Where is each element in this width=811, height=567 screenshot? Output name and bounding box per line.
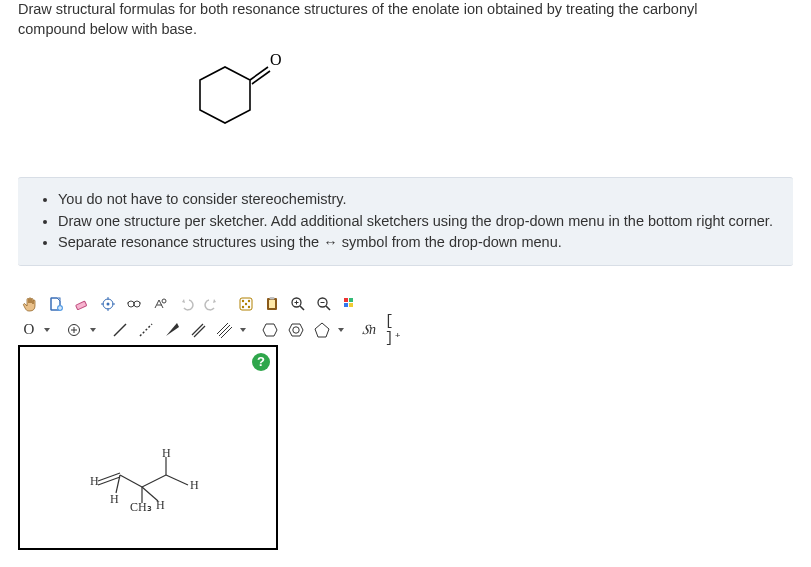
drawn-structure[interactable]: H H H H H CH₃ bbox=[80, 445, 230, 518]
chain-button[interactable]: 𝑆n bbox=[356, 318, 382, 342]
undo-button[interactable] bbox=[174, 292, 198, 316]
svg-rect-24 bbox=[344, 303, 348, 307]
atom-label-H: H bbox=[90, 474, 99, 488]
cyclopentane-button[interactable] bbox=[310, 318, 334, 342]
question-prompt: Draw structural formulas for both resona… bbox=[0, 0, 811, 45]
center-button[interactable] bbox=[96, 292, 120, 316]
svg-rect-23 bbox=[349, 298, 353, 302]
eraser-button[interactable] bbox=[70, 292, 94, 316]
svg-point-37 bbox=[293, 327, 299, 333]
svg-point-9 bbox=[134, 301, 140, 307]
svg-marker-36 bbox=[289, 324, 303, 336]
document-button[interactable] bbox=[44, 292, 68, 316]
paste-button[interactable] bbox=[260, 292, 284, 316]
instructions-panel: You do not have to consider stereochemis… bbox=[18, 177, 793, 266]
triple-bond-button[interactable] bbox=[212, 318, 236, 342]
instruction-item: Draw one structure per sketcher. Add add… bbox=[58, 212, 779, 232]
bond-dropdown[interactable] bbox=[238, 318, 248, 342]
svg-rect-22 bbox=[344, 298, 348, 302]
toolbar-row-1 bbox=[18, 292, 418, 316]
toolbar-row-2: O 𝑆n [ ]⁺ bbox=[18, 318, 418, 342]
color-button[interactable] bbox=[338, 292, 362, 316]
svg-rect-5 bbox=[76, 301, 87, 310]
wedge-bond-button[interactable] bbox=[160, 318, 184, 342]
redo-button[interactable] bbox=[200, 292, 224, 316]
svg-marker-35 bbox=[263, 324, 277, 336]
svg-point-10 bbox=[162, 299, 166, 303]
ring-dropdown[interactable] bbox=[336, 318, 346, 342]
svg-line-28 bbox=[140, 324, 152, 336]
charge-dropdown[interactable] bbox=[88, 318, 98, 342]
svg-line-39 bbox=[98, 473, 120, 481]
svg-line-27 bbox=[114, 324, 126, 336]
svg-point-8 bbox=[128, 301, 134, 307]
dashed-bond-button[interactable] bbox=[134, 318, 158, 342]
svg-line-41 bbox=[120, 475, 142, 487]
atom-label-H: H bbox=[156, 498, 165, 512]
charge-button[interactable] bbox=[62, 318, 86, 342]
svg-rect-25 bbox=[349, 303, 353, 307]
single-bond-button[interactable] bbox=[108, 318, 132, 342]
zoom-out-button[interactable] bbox=[312, 292, 336, 316]
oxygen-label: O bbox=[270, 51, 282, 68]
atom-dropdown[interactable] bbox=[42, 318, 52, 342]
sketcher: O 𝑆n [ ]⁺ ? bbox=[18, 292, 418, 550]
help-button[interactable]: ? bbox=[252, 353, 270, 371]
double-bond-button[interactable] bbox=[186, 318, 210, 342]
given-molecule: O bbox=[0, 45, 811, 165]
hand-tool-button[interactable] bbox=[18, 292, 42, 316]
atom-label-H: H bbox=[190, 478, 199, 492]
sketcher-canvas[interactable]: ? H H H H H bbox=[18, 345, 278, 550]
dice-button[interactable] bbox=[234, 292, 258, 316]
svg-marker-38 bbox=[315, 323, 329, 337]
zoom-in-button[interactable] bbox=[286, 292, 310, 316]
atom-picker-button[interactable]: O bbox=[18, 318, 40, 342]
svg-line-43 bbox=[166, 475, 188, 485]
question-line1: Draw structural formulas for both resona… bbox=[18, 1, 697, 17]
atom-label-H: H bbox=[162, 446, 171, 460]
atom-label-CH3: CH₃ bbox=[130, 500, 152, 514]
svg-rect-18 bbox=[269, 300, 275, 308]
svg-point-16 bbox=[248, 306, 250, 308]
view-button[interactable] bbox=[122, 292, 146, 316]
instruction-item: You do not have to consider stereochemis… bbox=[58, 190, 779, 210]
svg-marker-29 bbox=[166, 323, 179, 336]
svg-point-13 bbox=[248, 300, 250, 302]
svg-line-40 bbox=[98, 477, 120, 485]
svg-point-12 bbox=[242, 300, 244, 302]
bracket-button[interactable]: [ ]⁺ bbox=[384, 318, 410, 342]
svg-line-42 bbox=[142, 475, 166, 487]
svg-point-7 bbox=[107, 302, 110, 305]
question-line2: compound below with base. bbox=[18, 21, 197, 37]
atom-label-H: H bbox=[110, 492, 119, 506]
clean-button[interactable] bbox=[148, 292, 172, 316]
svg-point-15 bbox=[242, 306, 244, 308]
cyclohexane-button[interactable] bbox=[258, 318, 282, 342]
svg-point-14 bbox=[245, 303, 247, 305]
benzene-button[interactable] bbox=[284, 318, 308, 342]
svg-rect-19 bbox=[270, 297, 275, 300]
instruction-item: Separate resonance structures using the … bbox=[58, 233, 779, 253]
svg-marker-0 bbox=[200, 67, 250, 123]
